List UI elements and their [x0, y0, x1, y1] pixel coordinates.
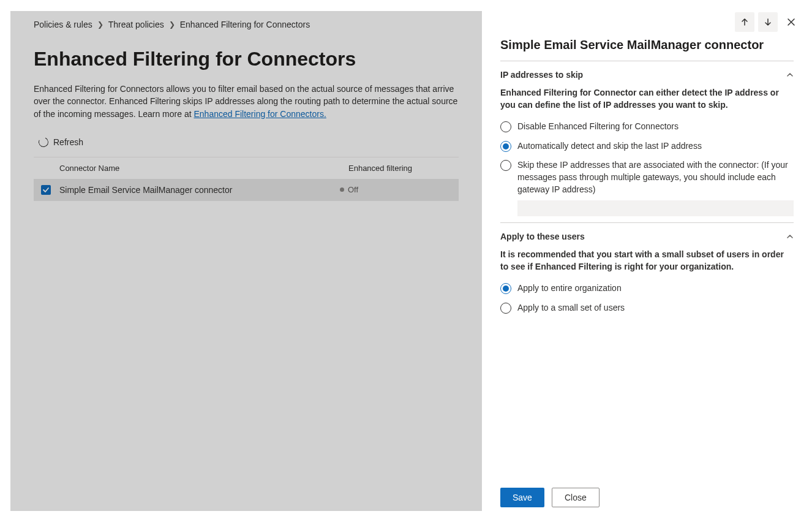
section-users-label: Apply to these users: [500, 232, 585, 241]
close-panel-button[interactable]: [781, 12, 801, 32]
radio-label: Skip these IP addresses that are associa…: [517, 159, 794, 195]
section-ip-toggle[interactable]: IP addresses to skip: [500, 70, 794, 80]
arrow-up-icon: [740, 18, 749, 26]
section-users-toggle[interactable]: Apply to these users: [500, 232, 794, 241]
row-checkbox[interactable]: [41, 185, 51, 195]
radio-label: Disable Enhanced Filtering for Connector…: [517, 121, 679, 133]
radio-small-set[interactable]: Apply to a small set of users: [500, 298, 794, 318]
table-row[interactable]: Simple Email Service MailManager connect…: [34, 179, 459, 201]
toolbar: Refresh: [34, 131, 459, 157]
close-button[interactable]: Close: [552, 488, 600, 507]
learn-more-link[interactable]: Enhanced Filtering for Connectors.: [194, 109, 326, 119]
breadcrumb-item-current: Enhanced Filtering for Connectors: [180, 20, 310, 29]
section-users-description: It is recommended that you start with a …: [500, 249, 794, 273]
radio-entire-org[interactable]: Apply to entire organization: [500, 279, 794, 298]
chevron-up-icon: [786, 71, 794, 78]
column-enhanced-filtering[interactable]: Enhanced filtering: [348, 164, 459, 173]
section-ip-addresses: IP addresses to skip Enhanced Filtering …: [500, 61, 794, 216]
refresh-button[interactable]: Refresh: [34, 135, 88, 149]
radio-icon: [500, 303, 511, 314]
chevron-up-icon: [786, 233, 794, 240]
flyout-panel: Simple Email Service MailManager connect…: [482, 0, 812, 522]
checkmark-icon: [42, 186, 50, 194]
breadcrumb-item-threat[interactable]: Threat policies: [108, 20, 164, 29]
radio-skip-ips[interactable]: Skip these IP addresses that are associa…: [500, 156, 794, 199]
breadcrumb: Policies & rules ❯ Threat policies ❯ Enh…: [34, 20, 459, 29]
radio-auto-detect[interactable]: Automatically detect and skip the last I…: [500, 137, 794, 156]
chevron-right-icon: ❯: [169, 20, 175, 29]
refresh-label: Refresh: [53, 137, 83, 147]
status-dot-icon: [340, 187, 344, 192]
flyout-title: Simple Email Service MailManager connect…: [500, 38, 794, 52]
radio-label: Apply to entire organization: [517, 282, 622, 295]
save-button[interactable]: Save: [500, 488, 544, 507]
section-apply-users: Apply to these users It is recommended t…: [500, 222, 794, 317]
row-connector-name: Simple Email Service MailManager connect…: [59, 185, 340, 195]
ip-addresses-input: [517, 200, 794, 216]
radio-disable-filtering[interactable]: Disable Enhanced Filtering for Connector…: [500, 117, 794, 137]
previous-button[interactable]: [735, 12, 754, 32]
page-title: Enhanced Filtering for Connectors: [34, 48, 459, 70]
radio-icon: [500, 283, 511, 294]
next-button[interactable]: [758, 12, 778, 32]
radio-icon: [500, 121, 511, 132]
flyout-header-buttons: [482, 0, 812, 32]
section-ip-description: Enhanced Filtering for Connector can eit…: [500, 87, 794, 111]
row-status-text: Off: [348, 185, 358, 194]
row-status: Off: [340, 185, 358, 194]
page-description: Enhanced Filtering for Connectors allows…: [34, 83, 459, 120]
refresh-icon: [37, 136, 50, 149]
main-content: Policies & rules ❯ Threat policies ❯ Enh…: [10, 11, 482, 511]
radio-icon: [500, 141, 511, 152]
radio-label: Apply to a small set of users: [517, 302, 625, 314]
table-header: Connector Name Enhanced filtering: [34, 157, 459, 179]
ip-input-wrapper: [517, 200, 794, 216]
flyout-body: Simple Email Service MailManager connect…: [482, 32, 812, 480]
arrow-down-icon: [764, 18, 772, 26]
section-ip-label: IP addresses to skip: [500, 70, 583, 80]
chevron-right-icon: ❯: [97, 20, 103, 29]
close-icon: [787, 18, 795, 26]
column-connector-name[interactable]: Connector Name: [59, 164, 348, 173]
breadcrumb-item-policies[interactable]: Policies & rules: [34, 20, 92, 29]
radio-icon: [500, 160, 511, 171]
radio-label: Automatically detect and skip the last I…: [517, 140, 702, 153]
flyout-footer: Save Close: [482, 480, 812, 522]
